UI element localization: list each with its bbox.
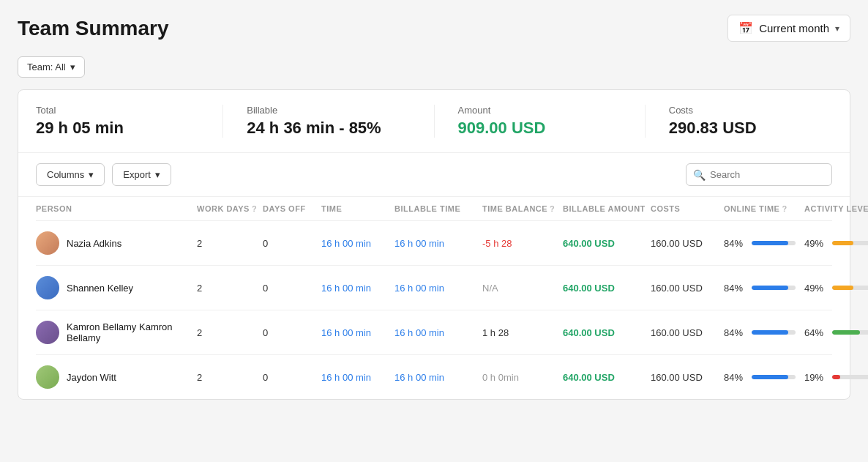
- billable-amount-cell: 640.00 USD: [563, 238, 651, 249]
- billable-amount-cell: 640.00 USD: [563, 327, 651, 338]
- export-button[interactable]: Export ▾: [112, 163, 171, 186]
- online-progress-bar: [752, 286, 796, 290]
- billable-amount-cell: 640.00 USD: [563, 372, 651, 383]
- activity-progress-bar: [832, 330, 868, 335]
- column-headers: PERSON WORK DAYS ? DAYS OFF TIME BILLABL…: [36, 197, 832, 221]
- time-balance-cell: 0 h 0min: [482, 372, 563, 383]
- table-row: Shannen Kelley 2 0 16 h 00 min 16 h 00 m…: [36, 266, 832, 310]
- col-person: PERSON: [36, 204, 197, 213]
- billable-time-cell[interactable]: 16 h 00 min: [394, 283, 482, 294]
- current-month-button[interactable]: 📅 Current month ▾: [727, 15, 850, 42]
- search-icon: 🔍: [693, 169, 706, 181]
- activity-progress-fill: [832, 241, 853, 245]
- col-time: TIME: [321, 204, 394, 213]
- avatar: [36, 276, 59, 299]
- online-time-cell: 84%: [724, 327, 804, 338]
- person-name: Kamron Bellamy Kamron Bellamy: [67, 321, 197, 343]
- billable-value: 24 h 36 min - 85%: [247, 119, 410, 138]
- col-billable-time: BILLABLE TIME: [394, 204, 482, 213]
- team-filter-row: Team: All ▾: [18, 56, 850, 78]
- online-time-cell: 84%: [724, 372, 804, 383]
- main-card: Total 29 h 05 min Billable 24 h 36 min -…: [18, 89, 850, 400]
- col-days-off: DAYS OFF: [263, 204, 321, 213]
- calendar-icon: 📅: [738, 21, 753, 35]
- activity-level-cell: 19%: [804, 372, 868, 383]
- page-title: Team Summary: [18, 17, 168, 40]
- table-row: Jaydon Witt 2 0 16 h 00 min 16 h 00 min …: [36, 355, 832, 399]
- billable-time-cell[interactable]: 16 h 00 min: [394, 238, 482, 249]
- col-billable-amount: BILLABLE AMOUNT: [563, 204, 651, 213]
- chevron-down-icon: ▾: [89, 169, 94, 180]
- activity-pct-label: 64%: [804, 327, 828, 338]
- online-progress-bar: [752, 330, 796, 335]
- online-progress-fill: [752, 286, 788, 290]
- team-dropdown[interactable]: Team: All ▾: [18, 56, 85, 78]
- online-time-cell: 84%: [724, 283, 804, 294]
- costs-label: Costs: [669, 105, 832, 116]
- time-cell[interactable]: 16 h 00 min: [321, 372, 394, 383]
- work-days-cell: 2: [197, 372, 263, 383]
- table-container: PERSON WORK DAYS ? DAYS OFF TIME BILLABL…: [18, 197, 850, 399]
- online-pct-label: 84%: [724, 283, 747, 294]
- avatar: [36, 365, 59, 389]
- person-name: Nazia Adkins: [67, 238, 121, 249]
- help-icon[interactable]: ?: [782, 204, 787, 213]
- col-costs: COSTS: [651, 204, 724, 213]
- help-icon[interactable]: ?: [550, 204, 555, 213]
- chevron-down-icon: ▾: [155, 169, 160, 180]
- online-time-cell: 84%: [724, 238, 804, 249]
- days-off-cell: 0: [263, 283, 321, 294]
- stat-amount: Amount 909.00 USD: [458, 105, 646, 138]
- days-off-cell: 0: [263, 238, 321, 249]
- online-progress-fill: [752, 330, 788, 335]
- time-cell[interactable]: 16 h 00 min: [321, 327, 394, 338]
- work-days-cell: 2: [197, 238, 263, 249]
- billable-amount-cell: 640.00 USD: [563, 283, 651, 294]
- time-cell[interactable]: 16 h 00 min: [321, 238, 394, 249]
- activity-pct-label: 49%: [804, 283, 828, 294]
- online-progress-bar: [752, 375, 796, 379]
- current-month-label: Current month: [759, 22, 829, 34]
- person-name: Jaydon Witt: [67, 372, 116, 383]
- costs-value: 290.83 USD: [669, 119, 832, 138]
- total-value: 29 h 05 min: [36, 119, 199, 138]
- activity-pct-label: 49%: [804, 238, 828, 249]
- online-pct-label: 84%: [724, 372, 747, 383]
- costs-cell: 160.00 USD: [651, 327, 724, 338]
- amount-label: Amount: [458, 105, 621, 116]
- activity-progress-fill: [832, 286, 853, 290]
- help-icon[interactable]: ?: [252, 204, 257, 213]
- online-progress-bar: [752, 241, 796, 245]
- online-progress-fill: [752, 375, 788, 379]
- search-input[interactable]: [686, 163, 832, 186]
- amount-value: 909.00 USD: [458, 119, 621, 138]
- billable-time-cell[interactable]: 16 h 00 min: [394, 372, 482, 383]
- time-balance-cell: 1 h 28: [482, 327, 563, 338]
- days-off-cell: 0: [263, 372, 321, 383]
- online-pct-label: 84%: [724, 327, 747, 338]
- costs-cell: 160.00 USD: [651, 372, 724, 383]
- online-pct-label: 84%: [724, 238, 747, 249]
- col-time-balance: TIME BALANCE ?: [482, 204, 563, 213]
- search-wrapper: 🔍: [686, 163, 832, 186]
- time-cell[interactable]: 16 h 00 min: [321, 283, 394, 294]
- person-cell: Kamron Bellamy Kamron Bellamy: [36, 321, 197, 344]
- activity-progress-bar: [832, 375, 868, 379]
- columns-button[interactable]: Columns ▾: [36, 163, 105, 186]
- export-label: Export: [123, 169, 151, 180]
- person-cell: Shannen Kelley: [36, 276, 197, 299]
- billable-label: Billable: [247, 105, 410, 116]
- stat-total: Total 29 h 05 min: [36, 105, 223, 138]
- activity-progress-fill: [832, 330, 860, 335]
- activity-progress-bar: [832, 241, 868, 245]
- chevron-down-icon: ▾: [70, 62, 75, 72]
- chevron-down-icon: ▾: [835, 23, 839, 34]
- activity-level-cell: 49%: [804, 283, 868, 294]
- time-balance-cell: N/A: [482, 283, 563, 294]
- col-online-time: ONLINE TIME ?: [724, 204, 804, 213]
- billable-time-cell[interactable]: 16 h 00 min: [394, 327, 482, 338]
- stat-billable: Billable 24 h 36 min - 85%: [247, 105, 434, 138]
- col-activity-level: ACTIVITY LEVEL ?: [804, 204, 868, 213]
- toolbar: Columns ▾ Export ▾ 🔍: [18, 153, 850, 197]
- total-label: Total: [36, 105, 199, 116]
